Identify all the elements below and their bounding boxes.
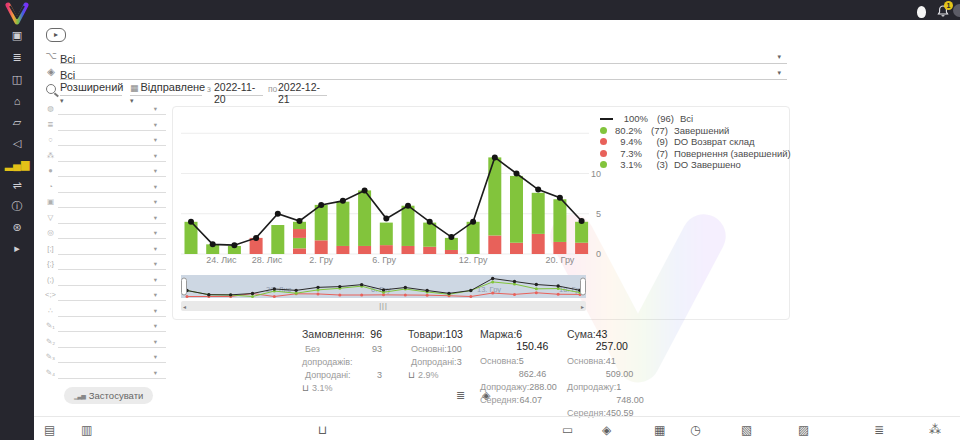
play-tour-button[interactable]: ▸ [46,28,66,42]
filter-dropdown[interactable] [58,180,166,193]
filter-row[interactable]: ▽ ▾ [45,211,166,227]
app-logo[interactable] [4,1,30,27]
filter-dropdown[interactable] [58,149,166,162]
sidebar-item[interactable]: ▂▄▆ [0,155,34,173]
bar-segment[interactable] [510,243,523,254]
bar-segment[interactable] [532,193,545,234]
filter-row[interactable]: (;) ▾ [45,273,166,289]
date-to-input[interactable]: 2022-12-21 [278,81,327,96]
footer-tool-icon[interactable]: ▦ [654,423,665,437]
bar-segment[interactable] [510,176,523,243]
footer-tool-icon[interactable]: ▧ [741,423,752,437]
footer-tool-icon[interactable]: ▭ [562,423,573,437]
brush-handle-left[interactable] [182,278,187,295]
data-point[interactable] [318,202,324,208]
bar-segment[interactable] [336,246,349,254]
filter-dropdown[interactable] [58,273,166,286]
date-from-input[interactable]: 2022-11-20 [214,81,263,96]
bar-segment[interactable] [293,229,306,238]
brush-handle-right[interactable] [581,278,586,295]
sidebar-item[interactable]: ⇌ [0,176,34,194]
search-mode-select[interactable]: Розширений ▾ [60,81,122,96]
filter-dropdown[interactable] [58,118,166,131]
lamp-icon[interactable] [917,6,926,18]
bar-segment[interactable] [336,202,349,246]
footer-tool-icon[interactable]: ⁂ [929,423,941,437]
filter-dropdown[interactable] [58,242,166,255]
view-switch-icon[interactable]: ◈ [482,389,490,402]
scroll-grip-icon[interactable]: ||| [379,302,387,309]
filter-row[interactable]: ✎₂ ▾ [45,335,166,351]
bar-segment[interactable] [575,243,588,254]
filter-dropdown[interactable] [58,304,166,317]
data-point[interactable] [297,218,303,224]
filter-row[interactable]: ✎₄ ▾ [45,366,166,382]
data-point[interactable] [492,154,498,160]
legend-item[interactable]: 100% (96) Всі [600,113,791,125]
data-point[interactable] [362,187,368,193]
date-type-select[interactable]: ▦Відправлене ▾ [130,81,202,96]
filter-dropdown[interactable] [58,133,166,146]
bar-segment[interactable] [553,242,566,254]
footer-tool-icon[interactable]: ⊔ [318,423,327,437]
product-filter-select[interactable]: Всі ▾ [60,65,787,79]
filter-row[interactable]: [;] ▾ [45,242,166,258]
filter-dropdown[interactable] [58,319,166,332]
sidebar-item[interactable]: ⊛ [0,218,34,236]
legend-item[interactable]: 9.4% (9) DO Возврат склад [600,136,791,148]
filter-dropdown[interactable] [58,102,166,115]
filter-dropdown[interactable] [58,164,166,177]
bar-segment[interactable] [445,250,458,254]
filter-dropdown[interactable] [58,350,166,363]
legend-item[interactable]: 7.3% (7) Повернення (завершений) [600,148,791,160]
data-point[interactable] [514,171,520,177]
sidebar-item[interactable]: ⌂ [0,92,34,110]
data-point[interactable] [535,187,541,193]
data-point[interactable] [210,241,216,247]
data-point[interactable] [557,195,563,201]
bar-segment[interactable] [380,223,393,246]
source-filter-select[interactable]: Всі ▾ [60,49,787,63]
bar-segment[interactable] [553,199,566,242]
bar-segment[interactable] [271,225,284,254]
chart-scrollbar[interactable]: ◂ ||| ▸ [181,301,586,311]
notification-badge[interactable]: 1 [944,1,953,10]
data-point[interactable] [405,203,411,209]
filter-row[interactable]: ▣ ▾ [45,195,166,211]
filter-row[interactable]: ◔ ▾ [45,180,166,196]
filter-row[interactable]: ✎₃ ▾ [45,350,166,366]
filter-dropdown[interactable] [58,257,166,270]
footer-tool-icon[interactable]: ◈ [602,423,611,437]
filter-row[interactable]: ∴ ▾ [45,304,166,320]
filter-row[interactable]: {;} ▾ [45,257,166,273]
data-point[interactable] [579,218,585,224]
filter-dropdown[interactable] [58,335,166,348]
bar-segment[interactable] [467,222,480,254]
bar-segment[interactable] [423,247,436,254]
bar-segment[interactable] [532,234,545,254]
footer-tool-icon[interactable]: ▥ [81,423,92,437]
bar-segment[interactable] [293,238,306,248]
data-point[interactable] [448,234,454,240]
bar-segment[interactable] [402,246,415,254]
filter-row[interactable]: ◎ ▾ [45,226,166,242]
filter-row[interactable]: ✎₁ ▾ [45,319,166,335]
bar-segment[interactable] [315,205,328,240]
filter-dropdown[interactable] [58,195,166,208]
legend-item[interactable]: 80.2% (77) Завершений [600,125,791,137]
footer-tool-icon[interactable]: ▨ [798,423,809,437]
sidebar-item[interactable]: ▣ [0,26,34,44]
bar-segment[interactable] [293,248,306,254]
filter-dropdown[interactable] [58,211,166,224]
sidebar-item[interactable]: ▸ [0,239,34,257]
bar-segment[interactable] [380,245,393,254]
data-point[interactable] [427,219,433,225]
filter-row[interactable]: ◍ ▾ [45,102,166,118]
sidebar-item[interactable]: ◁ [0,134,34,152]
sidebar-item[interactable]: ▱ [0,113,34,131]
scroll-left-icon[interactable]: ◂ [183,303,186,310]
filter-row[interactable]: ⁂ ▾ [45,149,166,165]
bar-segment[interactable] [575,222,588,243]
filter-row[interactable]: ≣ ▾ [45,118,166,134]
view-switch-icon[interactable]: ≣ [456,389,465,402]
